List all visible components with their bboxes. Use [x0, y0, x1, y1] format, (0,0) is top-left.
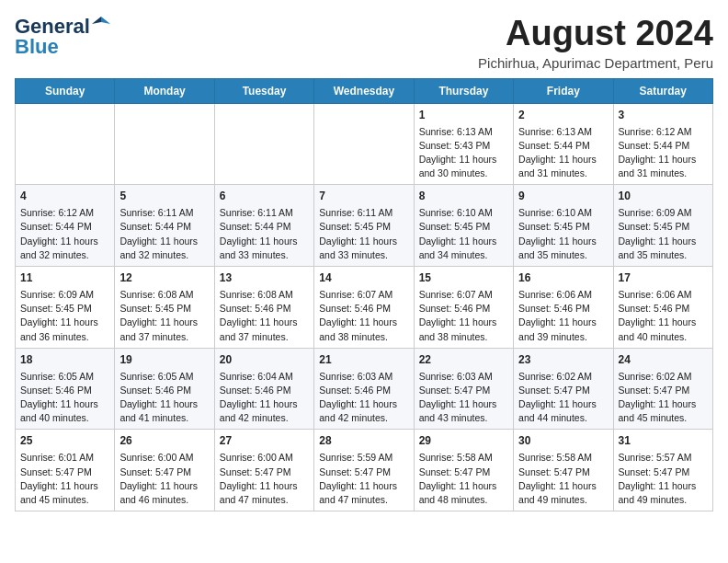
day-number: 12 — [119, 270, 209, 286]
calendar-week-4: 18Sunrise: 6:05 AMSunset: 5:46 PMDayligh… — [16, 348, 713, 430]
calendar-cell: 20Sunrise: 6:04 AMSunset: 5:46 PMDayligh… — [214, 348, 313, 430]
calendar-cell: 28Sunrise: 5:59 AMSunset: 5:47 PMDayligh… — [314, 430, 414, 511]
calendar-cell: 1Sunrise: 6:13 AMSunset: 5:43 PMDaylight… — [414, 103, 513, 185]
day-info: Sunrise: 5:58 AMSunset: 5:47 PMDaylight:… — [518, 451, 608, 507]
day-number: 10 — [619, 189, 708, 204]
day-number: 5 — [119, 189, 209, 204]
page-header: General Blue August 2024 Pichirhua, Apur… — [15, 15, 713, 71]
day-number: 3 — [619, 108, 708, 123]
svg-marker-0 — [101, 17, 110, 24]
day-info: Sunrise: 6:00 AMSunset: 5:47 PMDaylight:… — [119, 451, 209, 507]
weekday-header-thursday: Thursday — [414, 78, 513, 103]
calendar-cell: 22Sunrise: 6:03 AMSunset: 5:47 PMDayligh… — [414, 348, 513, 430]
logo-bird-icon — [92, 15, 110, 33]
calendar-cell — [214, 103, 313, 185]
day-number: 27 — [220, 433, 309, 449]
day-number: 17 — [619, 270, 708, 286]
day-info: Sunrise: 6:09 AMSunset: 5:45 PMDaylight:… — [20, 288, 109, 344]
calendar-week-2: 4Sunrise: 6:12 AMSunset: 5:44 PMDaylight… — [16, 185, 713, 267]
calendar-cell: 25Sunrise: 6:01 AMSunset: 5:47 PMDayligh… — [16, 430, 115, 511]
day-number: 28 — [319, 433, 408, 449]
calendar-table: SundayMondayTuesdayWednesdayThursdayFrid… — [15, 78, 713, 511]
calendar-cell: 5Sunrise: 6:11 AMSunset: 5:44 PMDaylight… — [115, 185, 214, 267]
calendar-cell: 8Sunrise: 6:10 AMSunset: 5:45 PMDaylight… — [414, 185, 513, 267]
calendar-cell: 6Sunrise: 6:11 AMSunset: 5:44 PMDaylight… — [214, 185, 313, 267]
day-info: Sunrise: 6:11 AMSunset: 5:45 PMDaylight:… — [319, 206, 408, 262]
calendar-cell: 18Sunrise: 6:05 AMSunset: 5:46 PMDayligh… — [16, 348, 115, 430]
day-number: 22 — [419, 352, 508, 368]
weekday-header-saturday: Saturday — [613, 78, 712, 103]
calendar-cell: 17Sunrise: 6:06 AMSunset: 5:46 PMDayligh… — [613, 267, 712, 349]
day-info: Sunrise: 5:58 AMSunset: 5:47 PMDaylight:… — [419, 451, 508, 507]
calendar-cell: 23Sunrise: 6:02 AMSunset: 5:47 PMDayligh… — [514, 348, 613, 430]
calendar-cell: 19Sunrise: 6:05 AMSunset: 5:46 PMDayligh… — [115, 348, 214, 430]
logo: General Blue — [15, 15, 110, 59]
calendar-cell: 10Sunrise: 6:09 AMSunset: 5:45 PMDayligh… — [613, 185, 712, 267]
calendar-cell: 12Sunrise: 6:08 AMSunset: 5:45 PMDayligh… — [115, 267, 214, 349]
calendar-cell: 29Sunrise: 5:58 AMSunset: 5:47 PMDayligh… — [414, 430, 513, 511]
day-info: Sunrise: 6:12 AMSunset: 5:44 PMDaylight:… — [20, 206, 109, 262]
calendar-cell: 21Sunrise: 6:03 AMSunset: 5:46 PMDayligh… — [314, 348, 414, 430]
day-info: Sunrise: 5:59 AMSunset: 5:47 PMDaylight:… — [319, 451, 408, 507]
day-number: 1 — [419, 108, 508, 123]
day-info: Sunrise: 6:05 AMSunset: 5:46 PMDaylight:… — [20, 370, 109, 426]
day-number: 19 — [119, 352, 209, 368]
day-number: 11 — [20, 270, 109, 286]
weekday-header-tuesday: Tuesday — [214, 78, 313, 103]
calendar-cell — [115, 103, 214, 185]
logo-blue: Blue — [15, 35, 59, 59]
day-info: Sunrise: 6:09 AMSunset: 5:45 PMDaylight:… — [619, 206, 708, 262]
day-number: 14 — [319, 270, 408, 286]
day-number: 26 — [119, 433, 209, 449]
day-info: Sunrise: 6:10 AMSunset: 5:45 PMDaylight:… — [518, 206, 608, 262]
day-number: 2 — [518, 108, 608, 123]
day-info: Sunrise: 6:04 AMSunset: 5:46 PMDaylight:… — [220, 370, 309, 426]
day-number: 9 — [518, 189, 608, 204]
subtitle: Pichirhua, Apurimac Department, Peru — [478, 55, 713, 71]
day-number: 6 — [220, 189, 309, 204]
day-info: Sunrise: 6:08 AMSunset: 5:45 PMDaylight:… — [119, 288, 209, 344]
day-info: Sunrise: 6:13 AMSunset: 5:44 PMDaylight:… — [518, 125, 608, 181]
day-info: Sunrise: 6:06 AMSunset: 5:46 PMDaylight:… — [518, 288, 608, 344]
day-number: 21 — [319, 352, 408, 368]
day-number: 31 — [619, 433, 708, 449]
day-info: Sunrise: 6:11 AMSunset: 5:44 PMDaylight:… — [220, 206, 309, 262]
day-number: 23 — [518, 352, 608, 368]
day-info: Sunrise: 6:07 AMSunset: 5:46 PMDaylight:… — [419, 288, 508, 344]
calendar-cell: 27Sunrise: 6:00 AMSunset: 5:47 PMDayligh… — [214, 430, 313, 511]
day-info: Sunrise: 6:11 AMSunset: 5:44 PMDaylight:… — [119, 206, 209, 262]
calendar-cell: 26Sunrise: 6:00 AMSunset: 5:47 PMDayligh… — [115, 430, 214, 511]
calendar-cell: 24Sunrise: 6:02 AMSunset: 5:47 PMDayligh… — [613, 348, 712, 430]
main-title: August 2024 — [478, 15, 713, 53]
day-number: 7 — [319, 189, 408, 204]
day-info: Sunrise: 6:03 AMSunset: 5:47 PMDaylight:… — [419, 370, 508, 426]
day-number: 24 — [619, 352, 708, 368]
calendar-cell: 11Sunrise: 6:09 AMSunset: 5:45 PMDayligh… — [16, 267, 115, 349]
day-number: 13 — [220, 270, 309, 286]
calendar-week-1: 1Sunrise: 6:13 AMSunset: 5:43 PMDaylight… — [16, 103, 713, 185]
calendar-week-3: 11Sunrise: 6:09 AMSunset: 5:45 PMDayligh… — [16, 267, 713, 349]
calendar-cell: 16Sunrise: 6:06 AMSunset: 5:46 PMDayligh… — [514, 267, 613, 349]
weekday-header-friday: Friday — [514, 78, 613, 103]
day-info: Sunrise: 6:05 AMSunset: 5:46 PMDaylight:… — [119, 370, 209, 426]
day-info: Sunrise: 5:57 AMSunset: 5:47 PMDaylight:… — [619, 451, 708, 507]
day-info: Sunrise: 6:08 AMSunset: 5:46 PMDaylight:… — [220, 288, 309, 344]
day-info: Sunrise: 6:07 AMSunset: 5:46 PMDaylight:… — [319, 288, 408, 344]
day-info: Sunrise: 6:10 AMSunset: 5:45 PMDaylight:… — [419, 206, 508, 262]
calendar-cell: 13Sunrise: 6:08 AMSunset: 5:46 PMDayligh… — [214, 267, 313, 349]
day-number: 25 — [20, 433, 109, 449]
day-info: Sunrise: 6:13 AMSunset: 5:43 PMDaylight:… — [419, 125, 508, 181]
calendar-cell: 4Sunrise: 6:12 AMSunset: 5:44 PMDaylight… — [16, 185, 115, 267]
day-number: 30 — [518, 433, 608, 449]
day-info: Sunrise: 6:06 AMSunset: 5:46 PMDaylight:… — [619, 288, 708, 344]
day-number: 16 — [518, 270, 608, 286]
day-info: Sunrise: 6:12 AMSunset: 5:44 PMDaylight:… — [619, 125, 708, 181]
calendar-cell: 31Sunrise: 5:57 AMSunset: 5:47 PMDayligh… — [613, 430, 712, 511]
calendar-cell — [314, 103, 414, 185]
calendar-cell: 15Sunrise: 6:07 AMSunset: 5:46 PMDayligh… — [414, 267, 513, 349]
weekday-header-wednesday: Wednesday — [314, 78, 414, 103]
weekday-header-sunday: Sunday — [16, 78, 115, 103]
day-number: 4 — [20, 189, 109, 204]
day-number: 18 — [20, 352, 109, 368]
weekday-header-monday: Monday — [115, 78, 214, 103]
